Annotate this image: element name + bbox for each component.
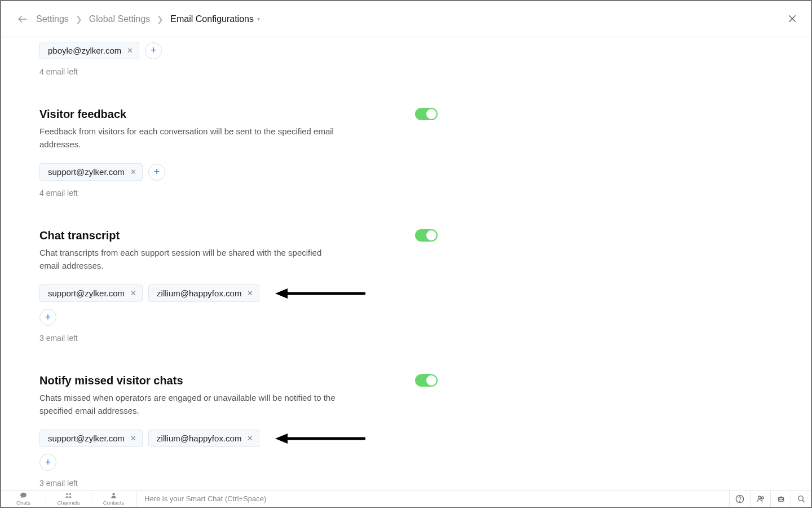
email-chip-label: support@zylker.com [48,433,125,443]
svg-point-7 [66,493,68,495]
search-icon[interactable] [791,491,811,507]
svg-point-9 [112,493,114,495]
email-chip: zillium@happyfox.com ✕ [148,430,259,447]
section-desc: Chats missed when operators are engaged … [39,392,344,417]
nav-channels-label: Channels [57,500,80,506]
email-remaining-label: 4 email left [39,189,435,198]
toggle-chat-transcript[interactable] [415,229,438,242]
email-chip: zillium@happyfox.com ✕ [148,284,259,302]
svg-marker-4 [275,288,288,299]
content-area: pboyle@zylker.com ✕ + 4 email left Visit… [1,37,811,490]
section-top-partial: pboyle@zylker.com ✕ + 4 email left [39,42,435,76]
email-remaining-label: 3 email left [39,334,435,343]
close-icon[interactable] [787,14,797,26]
people-icon[interactable] [750,491,770,507]
caret-down-icon: ▾ [257,16,260,22]
breadcrumb-mid[interactable]: Global Settings [89,14,151,24]
smart-chat-placeholder: Here is your Smart Chat (Ctrl+Space) [144,494,266,503]
toggle-visitor-feedback[interactable] [415,108,438,120]
email-chip-label: zillium@happyfox.com [157,288,241,298]
remove-chip-icon[interactable]: ✕ [130,290,136,297]
nav-channels[interactable]: Channels [46,491,91,507]
remove-chip-icon[interactable]: ✕ [130,435,136,442]
nav-chats-label: Chats [16,500,30,506]
email-chip: pboyle@zylker.com ✕ [39,42,139,59]
breadcrumb-current[interactable]: Email Configurations ▾ [170,14,260,24]
toggle-missed-chats[interactable] [415,374,438,387]
header-bar: Settings ❯ Global Settings ❯ Email Confi… [1,1,811,37]
svg-point-8 [69,493,71,495]
svg-point-15 [779,499,780,500]
section-title: Notify missed visitor chats [39,374,435,387]
svg-point-16 [782,499,782,500]
remove-chip-icon[interactable]: ✕ [247,435,253,442]
remove-chip-icon[interactable]: ✕ [130,168,136,176]
svg-point-12 [758,496,761,499]
bottom-bar: Chats Channels Contacts Here is your Sma… [1,490,811,507]
email-chip-label: pboyle@zylker.com [48,46,121,55]
smart-chat-input[interactable]: Here is your Smart Chat (Ctrl+Space) [136,491,730,507]
svg-marker-6 [275,433,288,444]
section-visitor-feedback: Visitor feedback Feedback from visitors … [39,108,435,198]
breadcrumb: Settings ❯ Global Settings ❯ Email Confi… [36,14,260,24]
section-missed-chats: Notify missed visitor chats Chats missed… [39,374,435,488]
arrow-annotation-icon [275,288,365,299]
section-chat-transcript: Chat transcript Chat transcripts from ea… [39,229,435,343]
breadcrumb-root[interactable]: Settings [36,14,69,24]
section-desc: Feedback from visitors for each conversa… [39,125,344,151]
chevron-right-icon: ❯ [76,15,82,24]
nav-chats[interactable]: Chats [1,491,46,507]
email-chip-label: support@zylker.com [48,167,125,177]
back-arrow-icon[interactable] [17,14,28,25]
nav-contacts-label: Contacts [103,500,125,506]
section-title: Visitor feedback [39,108,435,121]
help-icon[interactable] [730,491,750,507]
nav-contacts[interactable]: Contacts [91,491,136,507]
section-desc: Chat transcripts from each support sessi… [39,247,344,272]
email-chip: support@zylker.com ✕ [39,430,143,447]
svg-point-11 [740,501,740,501]
remove-chip-icon[interactable]: ✕ [247,290,253,297]
email-remaining-label: 4 email left [39,67,435,76]
svg-line-19 [802,500,804,502]
breadcrumb-current-label: Email Configurations [170,14,254,24]
remove-chip-icon[interactable]: ✕ [127,47,133,54]
section-title: Chat transcript [39,229,435,242]
email-chip: support@zylker.com ✕ [39,163,143,181]
email-remaining-label: 3 email left [39,479,435,488]
add-email-button[interactable]: + [145,42,162,59]
svg-point-13 [761,497,764,499]
chevron-right-icon: ❯ [157,15,164,24]
add-email-button[interactable]: + [39,454,56,471]
add-email-button[interactable]: + [148,164,165,181]
email-chip: support@zylker.com ✕ [39,284,143,302]
bot-icon[interactable] [770,491,791,507]
email-chip-label: support@zylker.com [48,288,125,298]
arrow-annotation-icon [275,433,365,444]
add-email-button[interactable]: + [39,309,56,326]
svg-point-18 [798,496,803,501]
email-chip-label: zillium@happyfox.com [157,433,241,443]
